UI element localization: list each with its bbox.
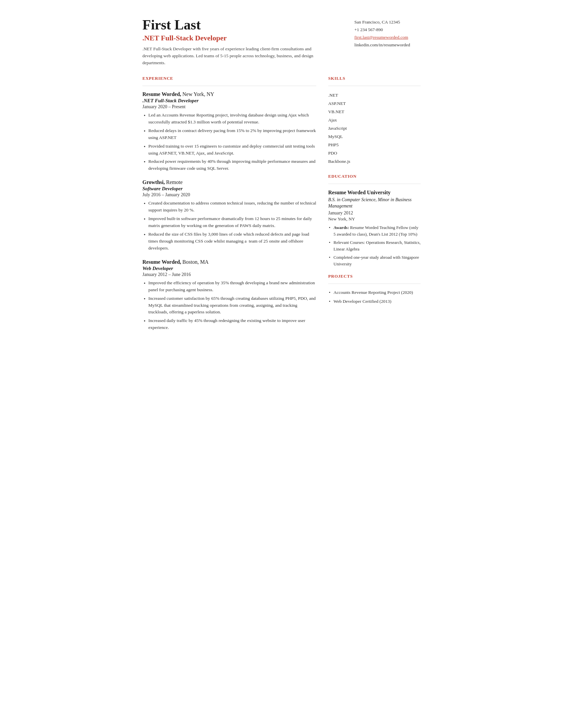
job-block-1: Resume Worded, New York, NY .NET Full-St…	[142, 91, 316, 172]
job3-title: Web Developer	[142, 266, 316, 271]
job2-bullet-1: Created documentation to address common …	[142, 200, 316, 214]
contact-phone: +1 234 567-890	[354, 26, 421, 34]
candidate-title: .NET Full-Stack Developer	[142, 34, 354, 42]
job1-bullet-4: Reduced power requirements by 40% throug…	[142, 158, 316, 172]
experience-label: EXPERIENCE	[142, 76, 316, 81]
job3-bullet-3: Increased daily traffic by 45% through r…	[142, 317, 316, 331]
skills-label: SKILLS	[328, 76, 421, 81]
skills-list: .NET ASP.NET VB.NET Ajax JavaScript MySQ…	[328, 91, 421, 166]
edu-location: New York, NY	[328, 216, 421, 222]
job2-bullets: Created documentation to address common …	[142, 200, 316, 251]
projects-section: PROJECTS Accounts Revenue Reporting Proj…	[328, 274, 421, 305]
edu-block: Resume Worded University B.S. in Compute…	[328, 189, 421, 267]
job1-title: .NET Full-Stack Developer	[142, 98, 316, 104]
job3-company-line: Resume Worded, Boston, MA	[142, 259, 316, 265]
edu-date: January 2012	[328, 210, 421, 216]
edu-bullet-2: Relevant Courses: Operations Research, S…	[328, 239, 421, 252]
job-block-3: Resume Worded, Boston, MA Web Developer …	[142, 259, 316, 331]
education-divider	[328, 184, 421, 184]
candidate-name: First Last	[142, 17, 354, 32]
skill-5: JavaScript	[328, 124, 421, 133]
job3-location: Boston, MA	[182, 259, 209, 265]
projects-divider	[328, 284, 421, 284]
main-body: EXPERIENCE Resume Worded, New York, NY .…	[142, 76, 421, 339]
job1-company-line: Resume Worded, New York, NY	[142, 91, 316, 97]
skill-9: Backbone.js	[328, 158, 421, 166]
job2-company-line: Growthsi, Remote	[142, 179, 316, 185]
project-2: Web Developer Certified (2013)	[328, 298, 421, 305]
contact-linkedin: linkedin.com/in/resumeworded	[354, 41, 421, 49]
contact-address: San Francisco, CA 12345	[354, 19, 421, 26]
contact-email[interactable]: first.last@resumeworded.com	[354, 34, 421, 41]
job3-bullet-1: Improved the efficiency of operation by …	[142, 280, 316, 294]
job1-bullet-2: Reduced delays in contract delivery paci…	[142, 127, 316, 141]
projects-list: Accounts Revenue Reporting Project (2020…	[328, 289, 421, 305]
experience-divider	[142, 86, 316, 86]
skill-7: PHP5	[328, 141, 421, 149]
edu-bullet-1-bold: Awards:	[334, 225, 349, 230]
job2-bullet-2: Improved built-in software performance d…	[142, 215, 316, 229]
job1-bullet-3: Provided training to over 15 engineers t…	[142, 143, 316, 157]
job3-dates: January 2012 – June 2016	[142, 272, 316, 277]
skill-3: VB.NET	[328, 108, 421, 116]
job1-bullets: Led an Accounts Revenue Reporting projec…	[142, 112, 316, 172]
resume-page: First Last .NET Full-Stack Developer .NE…	[122, 0, 441, 728]
skills-section: SKILLS .NET ASP.NET VB.NET Ajax JavaScri…	[328, 76, 421, 166]
job3-bullet-2: Increased customer satisfaction by 65% t…	[142, 295, 316, 316]
job2-location: Remote	[166, 179, 182, 185]
job2-company: Growthsi,	[142, 179, 165, 185]
edu-bullet-3: Completed one-year study abroad with Sin…	[328, 254, 421, 267]
skill-6: MySQL	[328, 133, 421, 141]
job1-bullet-1: Led an Accounts Revenue Reporting projec…	[142, 112, 316, 126]
email-link[interactable]: first.last@resumeworded.com	[354, 35, 408, 40]
job3-bullets: Improved the efficiency of operation by …	[142, 280, 316, 331]
header-section: First Last .NET Full-Stack Developer .NE…	[142, 17, 421, 67]
job2-dates: July 2016 – January 2020	[142, 192, 316, 198]
edu-bullet-1: Awards: Resume Worded Teaching Fellow (o…	[328, 224, 421, 237]
job1-company: Resume Worded,	[142, 91, 181, 97]
experience-section: EXPERIENCE Resume Worded, New York, NY .…	[142, 76, 316, 331]
header-right: San Francisco, CA 12345 +1 234 567-890 f…	[354, 17, 421, 49]
skill-4: Ajax	[328, 116, 421, 124]
right-column: SKILLS .NET ASP.NET VB.NET Ajax JavaScri…	[328, 76, 421, 339]
edu-degree: B.S. in Computer Science, Minor in Busin…	[328, 197, 421, 209]
edu-school: Resume Worded University	[328, 189, 421, 196]
education-label: EDUCATION	[328, 174, 421, 179]
projects-label: PROJECTS	[328, 274, 421, 279]
job3-company: Resume Worded,	[142, 259, 181, 265]
job2-bullet-3: Reduced the size of CSS files by 3,000 l…	[142, 231, 316, 252]
job2-title: Software Developer	[142, 186, 316, 192]
job1-location: New York, NY	[182, 91, 214, 97]
skills-divider	[328, 86, 421, 86]
left-column: EXPERIENCE Resume Worded, New York, NY .…	[142, 76, 316, 339]
skill-8: PDO	[328, 149, 421, 158]
job1-dates: January 2020 – Present	[142, 104, 316, 110]
candidate-summary: .NET Full-Stack Developer with five year…	[142, 46, 318, 67]
project-1: Accounts Revenue Reporting Project (2020…	[328, 289, 421, 296]
education-section: EDUCATION Resume Worded University B.S. …	[328, 174, 421, 267]
skill-1: .NET	[328, 91, 421, 100]
skill-2: ASP.NET	[328, 100, 421, 108]
header-left: First Last .NET Full-Stack Developer .NE…	[142, 17, 354, 67]
job-block-2: Growthsi, Remote Software Developer July…	[142, 179, 316, 251]
edu-bullets: Awards: Resume Worded Teaching Fellow (o…	[328, 224, 421, 267]
